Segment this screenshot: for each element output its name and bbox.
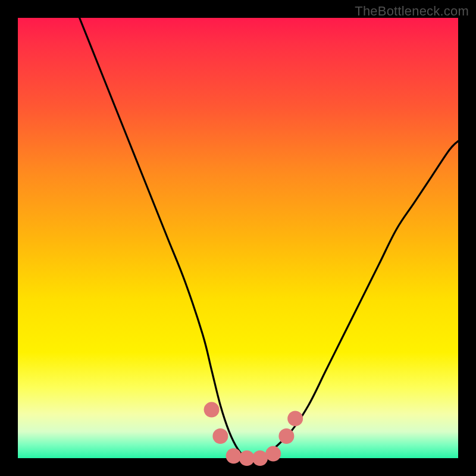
highlight-dot — [239, 450, 255, 466]
highlight-dot — [212, 428, 228, 444]
highlight-dot — [287, 411, 303, 426]
highlight-dot — [265, 446, 281, 462]
watermark-text: TheBottleneck.com — [355, 4, 469, 19]
highlight-dots — [204, 402, 303, 466]
highlight-dot — [204, 402, 220, 418]
bottleneck-curve — [80, 18, 458, 459]
highlight-dot — [252, 450, 268, 466]
plot-area — [18, 18, 458, 458]
chart-frame: TheBottleneck.com — [0, 0, 476, 476]
highlight-dot — [278, 428, 294, 444]
curve-layer — [18, 18, 458, 458]
highlight-dot — [226, 448, 242, 464]
